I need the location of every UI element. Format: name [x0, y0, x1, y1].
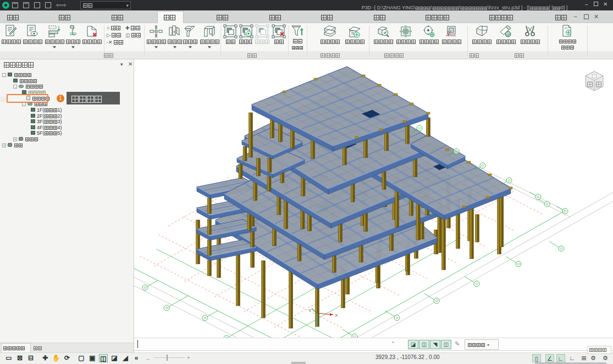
svg-text:X: X — [335, 313, 338, 318]
svg-text:Y: Y — [308, 308, 312, 313]
